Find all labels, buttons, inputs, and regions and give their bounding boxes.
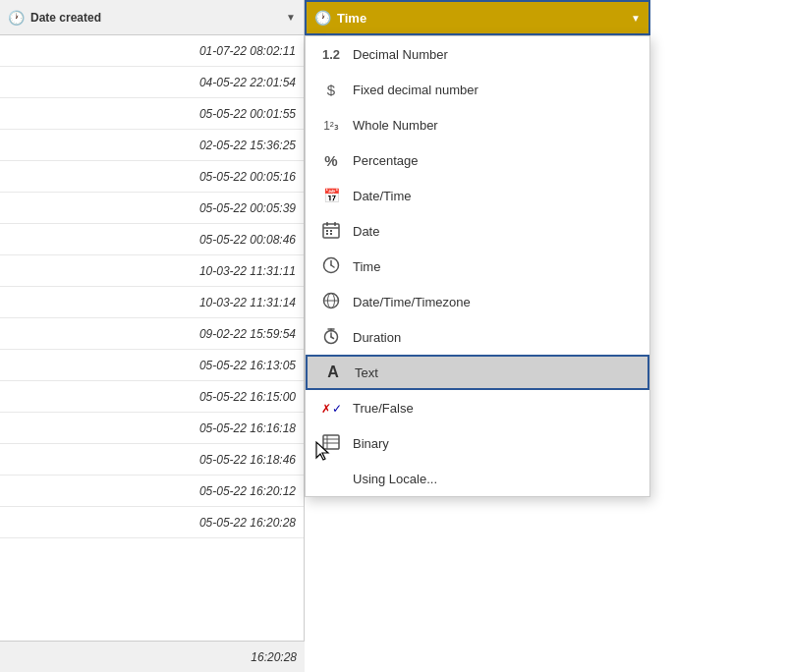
time-label: Time — [353, 259, 638, 274]
cell-value: 05-05-22 16:16:18 — [199, 421, 296, 435]
table-row: 10-03-22 11:31:11 — [0, 255, 304, 287]
svg-rect-5 — [330, 230, 332, 232]
duration-label: Duration — [353, 330, 638, 345]
date-column-label: Date created — [30, 11, 286, 25]
fixed-decimal-icon: $ — [317, 82, 345, 98]
datetime-timezone-icon — [317, 292, 345, 312]
date-column: 🕐 Date created ▼ 01-07-22 08:02:1104-05-… — [0, 0, 305, 672]
time-column-label: Time — [337, 11, 631, 26]
text-icon: A — [319, 364, 347, 381]
cell-value: 10-03-22 11:31:11 — [199, 264, 296, 278]
type-dropdown-menu: 1.2Decimal Number$Fixed decimal number1²… — [305, 35, 650, 497]
svg-rect-7 — [330, 233, 332, 235]
menu-item-date[interactable]: Date — [306, 213, 649, 249]
cell-value: 05-05-22 00:05:16 — [199, 170, 296, 184]
duration-icon — [317, 327, 345, 348]
table-row: 01-07-22 08:02:11 — [0, 35, 304, 67]
cell-value: 02-05-22 15:36:25 — [199, 139, 296, 152]
date-icon: 🕐 — [8, 10, 25, 26]
date-footer: 16:20:28 — [0, 641, 305, 672]
date-rows: 01-07-22 08:02:1104-05-22 22:01:5405-05-… — [0, 35, 304, 538]
cell-value: 04-05-22 22:01:54 — [199, 76, 296, 89]
time-icon — [317, 256, 345, 277]
table-row: 05-05-22 16:13:05 — [0, 350, 304, 381]
binary-label: Binary — [353, 436, 638, 451]
menu-item-text[interactable]: AText — [306, 355, 649, 390]
menu-item-truefalse[interactable]: ✗✓True/False — [306, 390, 649, 425]
menu-item-binary[interactable]: Binary — [306, 425, 649, 461]
cell-value: 10-03-22 11:31:14 — [199, 296, 296, 309]
svg-rect-3 — [334, 222, 336, 226]
date-column-header[interactable]: 🕐 Date created ▼ — [0, 0, 304, 35]
fixed-decimal-label: Fixed decimal number — [353, 83, 638, 97]
menu-item-duration[interactable]: Duration — [306, 319, 649, 355]
menu-item-time[interactable]: Time — [306, 249, 649, 284]
menu-item-fixed-decimal[interactable]: $Fixed decimal number — [306, 72, 649, 107]
table-row: 02-05-22 15:36:25 — [0, 130, 304, 161]
date-label: Date — [353, 224, 638, 239]
menu-item-whole-number[interactable]: 1²₃Whole Number — [306, 107, 649, 142]
table-row: 05-05-22 16:15:00 — [0, 381, 304, 413]
table-row: 05-05-22 00:05:16 — [0, 161, 304, 193]
cell-value: 05-05-22 16:13:05 — [199, 359, 296, 372]
menu-item-datetime-timezone[interactable]: Date/Time/Timezone — [306, 284, 649, 319]
cell-value: 05-05-22 00:05:39 — [199, 201, 296, 215]
cell-value: 05-05-22 16:18:46 — [199, 453, 296, 467]
time-column-header[interactable]: 🕐 Time ▼ — [305, 0, 650, 35]
table-row: 05-05-22 16:20:28 — [0, 507, 304, 538]
menu-item-datetime[interactable]: 📅Date/Time — [306, 178, 649, 213]
whole-number-label: Whole Number — [353, 118, 638, 133]
cell-value: 05-05-22 16:20:12 — [199, 484, 296, 498]
locale-label: Using Locale... — [353, 472, 638, 486]
table-row: 10-03-22 11:31:14 — [0, 287, 304, 318]
svg-rect-4 — [326, 230, 328, 232]
svg-rect-6 — [326, 233, 328, 235]
menu-item-percentage[interactable]: %Percentage — [306, 142, 649, 178]
cell-value: 05-05-22 00:01:55 — [199, 107, 296, 121]
table-row: 05-05-22 16:18:46 — [0, 444, 304, 476]
table-row: 05-05-22 00:08:46 — [0, 224, 304, 255]
date-dropdown-arrow[interactable]: ▼ — [286, 12, 296, 23]
decimal-label: Decimal Number — [353, 47, 638, 62]
cell-value: 09-02-22 15:59:54 — [199, 327, 296, 341]
datetime-label: Date/Time — [353, 189, 638, 203]
percentage-label: Percentage — [353, 153, 638, 168]
decimal-icon: 1.2 — [317, 46, 345, 62]
truefalse-icon: ✗✓ — [317, 400, 345, 416]
cell-value: 01-07-22 08:02:11 — [199, 44, 296, 58]
cell-value: 05-05-22 16:15:00 — [199, 390, 296, 404]
binary-icon — [317, 433, 345, 454]
svg-rect-19 — [323, 435, 339, 449]
menu-item-decimal[interactable]: 1.2Decimal Number — [306, 36, 649, 72]
svg-line-10 — [331, 265, 334, 267]
menu-item-locale[interactable]: Using Locale... — [306, 461, 649, 496]
svg-rect-2 — [326, 222, 328, 226]
time-dropdown-arrow[interactable]: ▼ — [631, 13, 641, 24]
percentage-icon: % — [317, 152, 345, 169]
table-row: 05-05-22 16:16:18 — [0, 413, 304, 444]
cell-value: 05-05-22 00:08:46 — [199, 233, 296, 247]
text-label: Text — [355, 365, 636, 380]
time-icon: 🕐 — [314, 10, 331, 26]
table-row: 09-02-22 15:59:54 — [0, 318, 304, 350]
table-row: 05-05-22 16:20:12 — [0, 476, 304, 507]
whole-number-icon: 1²₃ — [317, 117, 345, 133]
svg-line-16 — [331, 337, 334, 339]
truefalse-label: True/False — [353, 401, 638, 416]
table-row: 05-05-22 00:05:39 — [0, 193, 304, 224]
cell-value: 05-05-22 16:20:28 — [199, 516, 296, 530]
table-row: 04-05-22 22:01:54 — [0, 67, 304, 98]
date-icon — [317, 221, 345, 242]
datetime-timezone-label: Date/Time/Timezone — [353, 295, 638, 309]
footer-value: 16:20:28 — [251, 650, 297, 664]
datetime-icon: 📅 — [317, 188, 345, 203]
table-row: 05-05-22 00:01:55 — [0, 98, 304, 130]
